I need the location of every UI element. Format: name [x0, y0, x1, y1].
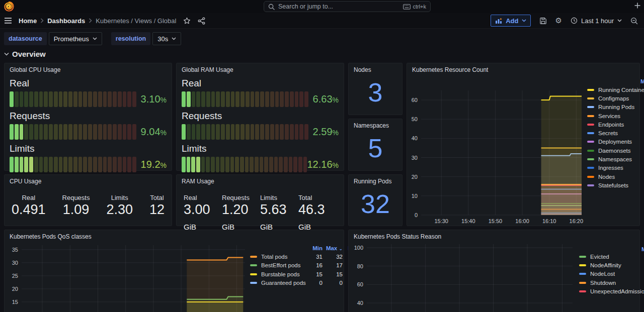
- svg-text:35: 35: [12, 247, 18, 253]
- panel-title[interactable]: Nodes: [354, 66, 371, 73]
- gauge-cell: [206, 91, 210, 107]
- gauge-cell: [54, 124, 58, 140]
- gauge-cell: [34, 91, 38, 107]
- grafana-logo[interactable]: [4, 2, 14, 12]
- resolution-variable-select[interactable]: 30s: [152, 32, 181, 45]
- legend-item[interactable]: NodeAffinity: [579, 261, 644, 269]
- legend-item[interactable]: Burstable pods: [250, 271, 304, 277]
- gauge-cell: [260, 157, 264, 172]
- template-variables-row: datasource Prometheus resolution 30s: [4, 32, 181, 45]
- gauge-cell: [49, 157, 53, 172]
- gauge-label: Requests: [10, 110, 167, 122]
- gauge-cell: [118, 91, 122, 107]
- svg-text:16:20: 16:20: [570, 218, 584, 224]
- legend-col-min[interactable]: Min: [304, 245, 323, 251]
- svg-text:40: 40: [412, 135, 418, 141]
- svg-text:16:00: 16:00: [515, 218, 529, 224]
- overview-row-toggle[interactable]: Overview: [4, 50, 46, 58]
- chevron-down-icon: [172, 37, 176, 40]
- gauge-cell: [269, 157, 273, 172]
- breadcrumb-current[interactable]: Kubernetes / Views / Global: [96, 17, 176, 25]
- legend-color-dash: [587, 132, 594, 134]
- panel-title[interactable]: Global CPU Usage: [10, 66, 60, 73]
- legend-item[interactable]: Nodes: [587, 172, 644, 181]
- time-range-picker[interactable]: Last 1 hour: [571, 17, 622, 25]
- legend-item[interactable]: Ingresses: [587, 164, 644, 172]
- gauge-cell: [68, 91, 72, 107]
- legend-max-header-clipped[interactable]: Max: [640, 78, 644, 84]
- legend-item[interactable]: Daemonsets: [587, 146, 644, 155]
- gauge-cell: [201, 124, 205, 140]
- lcd-bar-gauge: [10, 157, 136, 172]
- gauge-group: Real3.10%: [10, 77, 167, 107]
- panel-title[interactable]: Global RAM Usage: [182, 66, 233, 73]
- datasource-variable-select[interactable]: Prometheus: [49, 32, 102, 45]
- svg-text:30: 30: [412, 155, 418, 161]
- breadcrumb-home[interactable]: Home: [19, 17, 37, 25]
- panel-title[interactable]: Running Pods: [354, 178, 391, 185]
- new-item-plus-icon[interactable]: [634, 2, 641, 9]
- lcd-bar-gauge: [182, 157, 307, 172]
- svg-text:0: 0: [415, 212, 418, 218]
- legend-item[interactable]: Shutdown: [579, 278, 644, 287]
- gauge-cell: [201, 91, 205, 107]
- svg-text:80: 80: [357, 263, 363, 269]
- dashboard-settings-gear-icon[interactable]: ⚙: [555, 17, 562, 25]
- gauge-cell: [20, 157, 24, 172]
- legend-item[interactable]: Endpoints: [587, 120, 644, 129]
- legend-item[interactable]: UnexpectedAdmissionError: [579, 287, 644, 295]
- legend-color-dash: [250, 256, 257, 258]
- legend-item[interactable]: Running Pods: [587, 103, 644, 112]
- time-range-label: Last 1 hour: [581, 17, 614, 25]
- gauge-cell: [123, 157, 127, 172]
- legend-series-name: Ingresses: [598, 165, 623, 171]
- gauge-cell: [88, 157, 92, 172]
- gauge-cell: [216, 91, 220, 107]
- share-icon[interactable]: [198, 17, 205, 25]
- legend-item[interactable]: Deployments: [587, 138, 644, 146]
- svg-text:50: 50: [412, 116, 418, 122]
- gauge-cell: [15, 91, 19, 107]
- legend-col-max[interactable]: Max ⌄: [323, 245, 343, 251]
- grafana-logo-icon: [4, 2, 14, 12]
- legend-item[interactable]: NodeLost: [579, 270, 644, 278]
- legend-item[interactable]: Configmaps: [587, 94, 644, 102]
- gauge-cell: [303, 157, 307, 172]
- legend-table-row: BestEffort pods161716.2: [250, 261, 363, 270]
- panel-cpu-usage: CPU Usage Real0.491Requests1.09Limits2.3…: [4, 174, 172, 226]
- add-button[interactable]: Add: [491, 15, 530, 27]
- gauge-cell: [250, 157, 254, 172]
- legend-item[interactable]: Secrets: [587, 129, 644, 137]
- legend-min-value: 15: [304, 271, 323, 277]
- save-dashboard-icon[interactable]: [539, 17, 547, 25]
- breadcrumb-dashboards[interactable]: Dashboards: [47, 17, 85, 25]
- stat-label: Limits: [260, 194, 298, 201]
- dashboard-nav-bar: Home Dashboards Kubernetes / Views / Glo…: [0, 13, 644, 29]
- legend-series-name: NodeLost: [590, 271, 615, 277]
- gauge-cell: [240, 124, 245, 140]
- legend-item[interactable]: Statefulsets: [587, 181, 644, 189]
- gauge-label: Real: [10, 77, 167, 89]
- legend-item[interactable]: Namespaces: [587, 155, 644, 163]
- zoom-out-time-icon[interactable]: [630, 17, 638, 25]
- panel-title[interactable]: RAM Usage: [182, 178, 214, 185]
- legend-item[interactable]: Running Containers: [587, 85, 644, 94]
- favorite-star-icon[interactable]: [183, 17, 191, 25]
- gauge-cell: [59, 91, 63, 107]
- panel-title[interactable]: CPU Usage: [10, 178, 41, 185]
- search-input[interactable]: Search or jump to... ctrl+k: [264, 1, 431, 12]
- stat: Real3.00 GiB: [184, 194, 222, 233]
- legend-item[interactable]: Services: [587, 112, 644, 120]
- gauge-cell: [73, 157, 77, 172]
- resource-count-legend: Running ContainersConfigmapsRunning Pods…: [587, 85, 644, 190]
- gauge-cell: [10, 124, 14, 140]
- legend-max-header-clipped[interactable]: Max: [641, 246, 644, 252]
- legend-item[interactable]: Evicted: [579, 252, 644, 261]
- legend-item[interactable]: Total pods: [250, 254, 304, 260]
- gauge-cell: [191, 157, 195, 172]
- menu-hamburger-icon[interactable]: [4, 17, 12, 24]
- panel-global-cpu-usage: Global CPU Usage Real3.10%Requests9.04%L…: [4, 63, 172, 171]
- legend-item[interactable]: Guaranteed pods: [250, 280, 304, 286]
- panel-title[interactable]: Namespaces: [354, 122, 389, 129]
- legend-item[interactable]: BestEffort pods: [250, 262, 304, 268]
